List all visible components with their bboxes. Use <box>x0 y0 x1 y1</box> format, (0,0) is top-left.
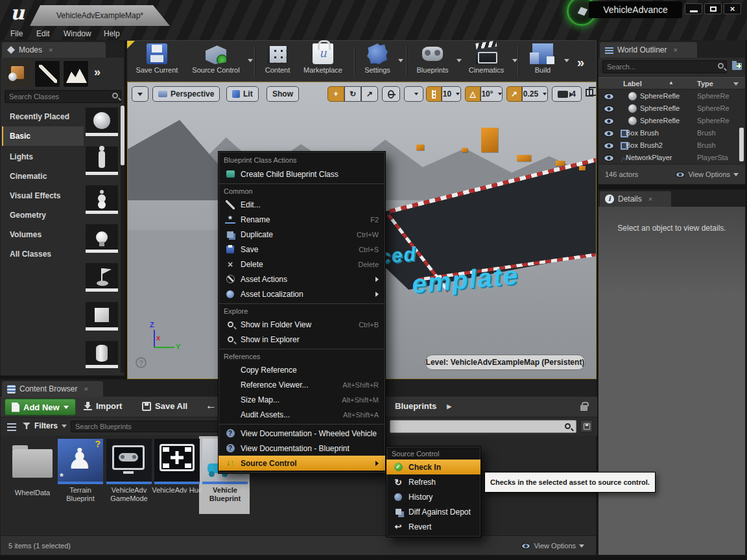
rotation-snap-toggle[interactable]: △ <box>465 86 480 102</box>
settings-button[interactable]: Settings <box>359 43 396 80</box>
menu-item-asset-actions[interactable]: Asset Actions <box>219 272 385 286</box>
asset-item-vehicleadv-gamemode[interactable] <box>106 439 152 484</box>
save-search-button[interactable] <box>580 420 593 432</box>
folder-item-wheeldata[interactable] <box>10 440 55 485</box>
category-volumes[interactable]: Volumes <box>2 225 84 244</box>
chevron-down-icon[interactable] <box>248 59 253 62</box>
chevron-down-icon[interactable] <box>512 59 517 62</box>
chevron-down-icon[interactable] <box>456 59 462 62</box>
perspective-button[interactable]: Perspective <box>152 86 220 102</box>
visibility-eye-icon[interactable] <box>604 143 614 149</box>
submenu-item-revert[interactable]: ↩ Revert <box>386 519 480 534</box>
submenu-item-history[interactable]: History <box>386 489 480 504</box>
tab-world-outliner[interactable]: World Outliner × <box>600 42 697 58</box>
category-basic[interactable]: Basic <box>2 126 84 146</box>
outliner-row[interactable]: NetworkPlayer PlayerSta <box>599 152 745 164</box>
chevron-down-icon[interactable] <box>398 59 403 62</box>
viewport-options-button[interactable] <box>132 86 148 102</box>
category-cinematic[interactable]: Cinematic <box>2 167 84 186</box>
close-tab-icon[interactable]: × <box>84 385 88 393</box>
outliner-row[interactable]: Box Brush2 Brush <box>599 139 745 152</box>
category-lights[interactable]: Lights <box>2 147 84 167</box>
toolbar-overflow-button[interactable]: » <box>577 55 584 70</box>
placeable-cylinder-thumb[interactable] <box>85 340 119 369</box>
category-geometry[interactable]: Geometry <box>2 205 84 225</box>
menu-item-source-control[interactable]: ↓↑ Source Control <box>219 456 385 471</box>
outliner-row[interactable]: Box Brush Brush <box>599 127 745 139</box>
outliner-row[interactable]: SphereRefle SphereRe <box>599 90 745 102</box>
menu-item-show-in-explorer[interactable]: Show in Explorer <box>219 332 385 347</box>
category-all-classes[interactable]: All Classes <box>2 244 84 264</box>
category-visual-effects[interactable]: Visual Effects <box>2 186 84 205</box>
maximize-viewport-icon[interactable] <box>586 89 593 97</box>
scale-snap-value[interactable]: 0.25 <box>522 86 548 102</box>
submenu-item-diff-against-depot[interactable]: Diff Against Depot <box>386 504 480 519</box>
new-folder-icon[interactable] <box>732 63 742 70</box>
menu-item-view-documentation-blueprint[interactable]: ? View Documentation - Blueprint <box>219 441 385 456</box>
mode-tab-place[interactable] <box>6 60 32 88</box>
menu-item-copy-reference[interactable]: Copy Reference <box>219 362 385 377</box>
scale-snap-toggle[interactable]: ↗ <box>506 86 522 102</box>
cb-view-options-button[interactable]: View Options <box>521 542 584 550</box>
menu-window[interactable]: Window <box>60 28 95 40</box>
tab-modes[interactable]: Modes × <box>2 42 106 58</box>
maximize-button[interactable] <box>704 3 722 14</box>
mode-tab-paint[interactable] <box>34 60 60 88</box>
breadcrumb[interactable]: Blueprints ▶ <box>395 401 451 411</box>
type-filter-icon[interactable] <box>733 82 739 86</box>
back-button[interactable]: ← <box>206 399 217 412</box>
blueprints-button[interactable]: Blueprints <box>411 43 454 80</box>
submenu-item-check-in[interactable]: ✓ Check In <box>386 460 480 474</box>
menu-edit[interactable]: Edit <box>32 28 54 40</box>
asset-item-vehicleadv-hud[interactable] <box>154 439 200 484</box>
mode-tabs-overflow-button[interactable]: » <box>94 65 101 79</box>
close-tab-icon[interactable]: × <box>49 46 53 54</box>
show-button[interactable]: Show <box>267 86 299 102</box>
menu-item-asset-localization[interactable]: Asset Localization <box>219 286 385 301</box>
menu-item-audit-assets[interactable]: Audit Assets... Alt+Shift+A <box>219 407 385 422</box>
menu-item-save[interactable]: Save Ctrl+S <box>219 242 385 257</box>
rotation-snap-value[interactable]: 10° <box>480 86 503 102</box>
outliner-column-header[interactable]: Label ▲ Type <box>599 77 745 89</box>
visibility-eye-icon[interactable] <box>604 106 614 112</box>
outliner-row[interactable]: SphereRefle SphereRe <box>599 115 745 127</box>
menu-item-duplicate[interactable]: Duplicate Ctrl+W <box>219 227 385 242</box>
menu-item-delete[interactable]: × Delete Delete <box>219 257 385 272</box>
outliner-view-options-button[interactable]: View Options <box>676 170 739 178</box>
submenu-item-refresh[interactable]: ↻ Refresh <box>386 474 480 489</box>
visibility-eye-icon[interactable] <box>604 155 614 161</box>
placeable-sphere-thumb[interactable] <box>85 107 119 137</box>
grid-snap-value[interactable]: 10 <box>442 86 461 102</box>
close-tab-icon[interactable]: × <box>673 46 677 54</box>
asset-search-field[interactable] <box>390 420 576 433</box>
marketplace-button[interactable]: Marketplace <box>297 43 349 80</box>
placeable-character-thumb[interactable] <box>85 146 119 176</box>
visibility-eye-icon[interactable] <box>604 93 614 100</box>
move-tool-button[interactable]: + <box>327 86 344 102</box>
minimize-button[interactable] <box>685 3 702 14</box>
asset-item-terrain-blueprint[interactable]: ♟ ? * <box>58 439 103 484</box>
add-new-button[interactable]: Add New <box>5 399 76 415</box>
search-blueprints-input[interactable] <box>71 421 234 432</box>
cinematics-button[interactable]: Cinematics <box>463 43 510 80</box>
placeable-cube-thumb[interactable] <box>85 301 119 331</box>
menu-item-reference-viewer[interactable]: Reference Viewer... Alt+Shift+R <box>219 377 385 392</box>
menu-item-edit[interactable]: Edit... <box>219 197 385 212</box>
filters-button[interactable]: Filters <box>23 421 67 430</box>
chevron-down-icon[interactable] <box>564 59 569 62</box>
camera-speed-button[interactable]: 4 <box>552 86 582 102</box>
placeable-lamp-thumb[interactable] <box>85 224 119 253</box>
rotate-tool-button[interactable]: ↻ <box>344 86 361 102</box>
help-icon[interactable]: ? <box>136 357 147 368</box>
world-local-toggle-button[interactable] <box>382 86 400 102</box>
search-classes-input[interactable] <box>5 90 121 103</box>
menu-item-show-in-folder-view[interactable]: Show in Folder View Ctrl+B <box>219 317 385 332</box>
menu-item-create-child-blueprint[interactable]: Create Child Blueprint Class <box>219 167 385 181</box>
sources-panel-icon[interactable] <box>7 423 16 431</box>
scale-tool-button[interactable]: ↗ <box>361 86 378 102</box>
menu-item-view-documentation-wheeled-vehicle[interactable]: ? View Documentation - Wheeled Vehicle <box>219 426 385 441</box>
grid-snap-toggle[interactable] <box>426 86 442 102</box>
source-control-button[interactable]: Source Control <box>187 43 245 80</box>
menu-help[interactable]: Help <box>100 28 124 40</box>
close-button[interactable]: × <box>724 3 741 14</box>
